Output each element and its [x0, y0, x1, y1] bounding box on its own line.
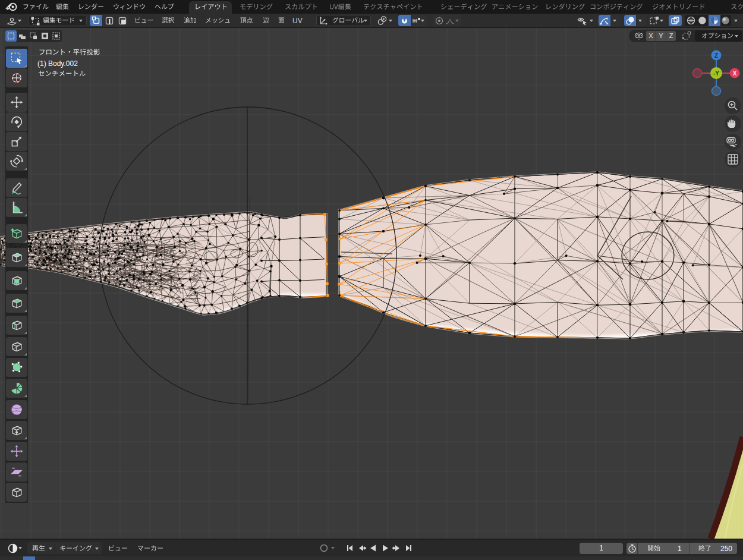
svg-text:X: X: [733, 70, 737, 77]
svg-text:Z: Z: [714, 52, 718, 59]
svg-text:-Y: -Y: [713, 70, 719, 77]
